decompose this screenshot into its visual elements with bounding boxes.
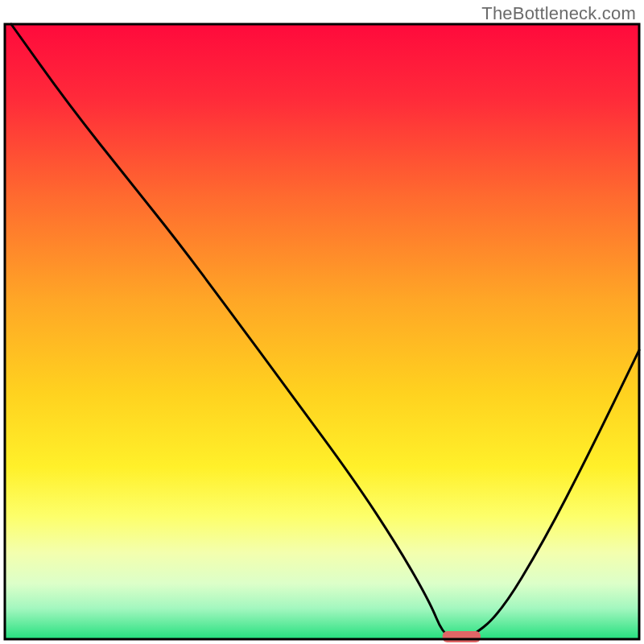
chart-stage: TheBottleneck.com (0, 0, 644, 644)
plot-area (5, 24, 639, 642)
optimal-zone-marker (443, 631, 481, 642)
watermark-label: TheBottleneck.com (481, 3, 636, 24)
bottleneck-chart-svg (0, 0, 644, 644)
gradient-background (5, 24, 639, 639)
